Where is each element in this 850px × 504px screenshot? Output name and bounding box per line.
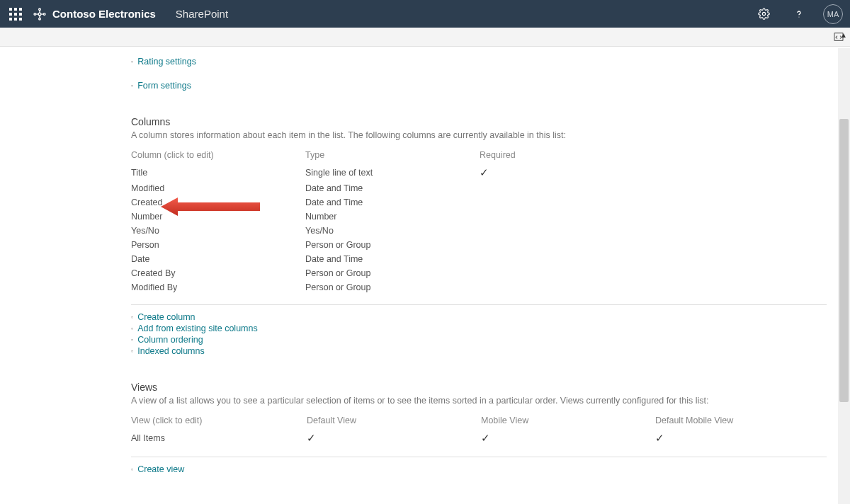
bullet-icon: ▫ — [131, 348, 133, 355]
column-type: Single line of text — [305, 168, 480, 178]
action-link[interactable]: Create column — [137, 312, 195, 322]
column-header-required: Required — [480, 150, 579, 160]
svg-point-1 — [39, 8, 41, 11]
settings-link[interactable]: Form settings — [137, 81, 191, 91]
table-row: DateDate and Time — [131, 252, 832, 266]
svg-point-3 — [34, 13, 36, 15]
required-check-icon: ✓ — [480, 166, 579, 179]
bullet-icon: ▫ — [131, 314, 133, 321]
table-row: TitleSingle line of text✓ — [131, 164, 832, 181]
views-table-header: View (click to edit) Default View Mobile… — [131, 416, 832, 425]
action-link[interactable]: Create view — [137, 464, 184, 474]
table-row: CreatedDate and Time — [131, 195, 832, 210]
action-link[interactable]: Indexed columns — [137, 346, 205, 356]
view-header-name: View (click to edit) — [131, 416, 307, 425]
mobile-view-check-icon: ✓ — [481, 432, 655, 445]
column-name-link[interactable]: Person — [131, 240, 305, 250]
settings-link-row: ▫Rating settings — [131, 57, 832, 67]
action-link-row: ▫Column ordering — [131, 335, 832, 345]
table-row: Created ByPerson or Group — [131, 266, 832, 280]
column-type: Person or Group — [305, 240, 480, 250]
avatar[interactable]: MA — [823, 4, 843, 24]
column-name-link[interactable]: Title — [131, 168, 305, 178]
default-view-check-icon: ✓ — [307, 432, 481, 445]
svg-point-4 — [43, 13, 45, 15]
column-name-link[interactable]: Modified By — [131, 282, 305, 292]
view-header-mobile: Mobile View — [481, 416, 655, 425]
column-type: Date and Time — [305, 197, 480, 207]
bullet-icon: ▫ — [131, 336, 133, 343]
divider — [131, 304, 827, 305]
default-mobile-view-check-icon: ✓ — [655, 432, 825, 445]
tenant-logo-icon — [33, 7, 47, 21]
views-heading: Views — [131, 382, 832, 393]
svg-point-0 — [38, 13, 41, 16]
help-icon[interactable] — [788, 3, 810, 25]
divider — [131, 457, 827, 457]
scroll-up-arrow-icon: ▲ — [840, 31, 847, 39]
column-type: Person or Group — [305, 268, 480, 278]
suite-bar: Contoso Electronics SharePoint MA — [0, 0, 850, 28]
app-name[interactable]: SharePoint — [176, 8, 228, 20]
bullet-icon: ▫ — [131, 58, 133, 65]
column-type: Person or Group — [305, 282, 480, 292]
svg-point-2 — [39, 18, 41, 20]
column-type: Date and Time — [305, 183, 480, 193]
table-row: NumberNumber — [131, 210, 832, 224]
tenant-name[interactable]: Contoso Electronics — [52, 8, 156, 20]
svg-point-10 — [798, 16, 799, 17]
view-header-default: Default View — [307, 416, 481, 425]
bullet-icon: ▫ — [131, 82, 133, 89]
column-name-link[interactable]: Yes/No — [131, 226, 305, 236]
column-name-link[interactable]: Created — [131, 197, 305, 207]
views-description: A view of a list allows you to see a par… — [131, 396, 832, 406]
view-name-link[interactable]: All Items — [131, 433, 307, 443]
app-launcher-icon[interactable] — [7, 6, 24, 23]
table-row: All Items✓✓✓ — [131, 430, 832, 447]
svg-point-9 — [762, 12, 765, 15]
ribbon-bar — [0, 28, 850, 47]
column-type: Number — [305, 212, 480, 222]
columns-table-header: Column (click to edit) Type Required — [131, 150, 832, 160]
table-row: Yes/NoYes/No — [131, 224, 832, 238]
settings-link[interactable]: Rating settings — [137, 57, 196, 67]
scrollbar-thumb[interactable] — [839, 119, 849, 402]
view-header-default-mobile: Default Mobile View — [655, 416, 825, 425]
action-link[interactable]: Add from existing site columns — [137, 323, 258, 333]
column-type: Yes/No — [305, 226, 480, 236]
column-header-type: Type — [305, 150, 480, 160]
table-row: PersonPerson or Group — [131, 238, 832, 252]
bullet-icon: ▫ — [131, 466, 133, 473]
column-name-link[interactable]: Number — [131, 212, 305, 222]
settings-link-row: ▫Form settings — [131, 81, 832, 91]
column-name-link[interactable]: Created By — [131, 268, 305, 278]
action-link-row: ▫Create view — [131, 464, 832, 474]
settings-icon[interactable] — [752, 3, 775, 25]
columns-description: A column stores information about each i… — [131, 130, 832, 140]
column-name-link[interactable]: Date — [131, 254, 305, 264]
action-link-row: ▫Create column — [131, 312, 832, 322]
action-link-row: ▫Indexed columns — [131, 346, 832, 356]
column-name-link[interactable]: Modified — [131, 183, 305, 193]
scrollbar[interactable] — [838, 48, 850, 504]
bullet-icon: ▫ — [131, 325, 133, 332]
action-link-row: ▫Add from existing site columns — [131, 323, 832, 333]
column-header-name: Column (click to edit) — [131, 150, 305, 160]
column-type: Date and Time — [305, 254, 480, 264]
table-row: Modified ByPerson or Group — [131, 280, 832, 294]
table-row: ModifiedDate and Time — [131, 181, 832, 195]
columns-heading: Columns — [131, 116, 832, 127]
action-link[interactable]: Column ordering — [137, 335, 203, 345]
